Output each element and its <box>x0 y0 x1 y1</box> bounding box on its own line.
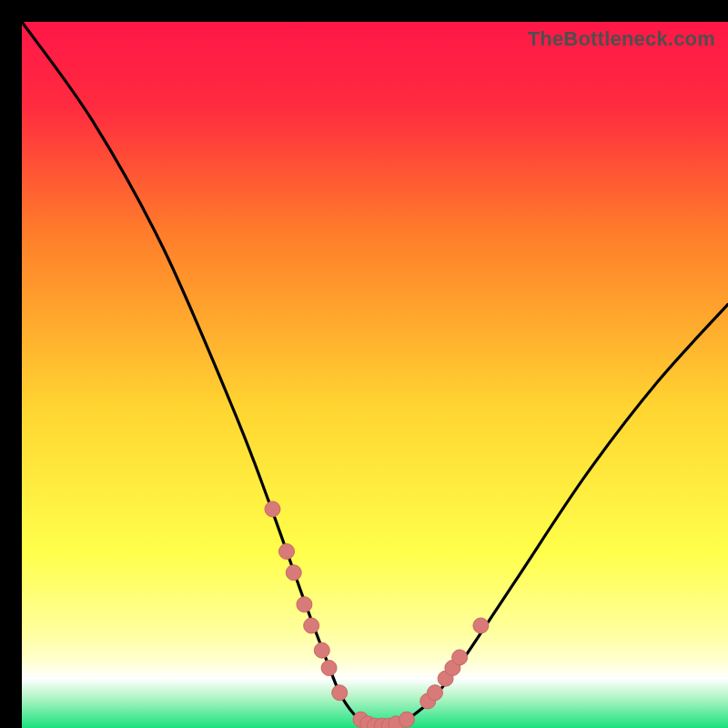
curve-marker <box>332 685 348 701</box>
curve-marker <box>427 685 442 701</box>
curve-marker <box>265 501 280 517</box>
curve-layer <box>22 22 728 728</box>
curve-markers <box>265 501 489 728</box>
curve-marker <box>399 712 414 727</box>
plot-area: TheBottleneck.com <box>22 22 728 728</box>
curve-marker <box>473 618 489 633</box>
bottleneck-curve <box>22 22 728 728</box>
watermark-text: TheBottleneck.com <box>528 27 715 51</box>
curve-marker <box>286 565 301 581</box>
curve-marker <box>297 597 312 612</box>
curve-marker <box>304 618 319 633</box>
curve-marker <box>279 544 295 560</box>
chart-frame: TheBottleneck.com <box>11 11 717 717</box>
curve-marker <box>314 642 329 658</box>
curve-marker <box>321 661 337 676</box>
curve-marker <box>452 650 468 665</box>
